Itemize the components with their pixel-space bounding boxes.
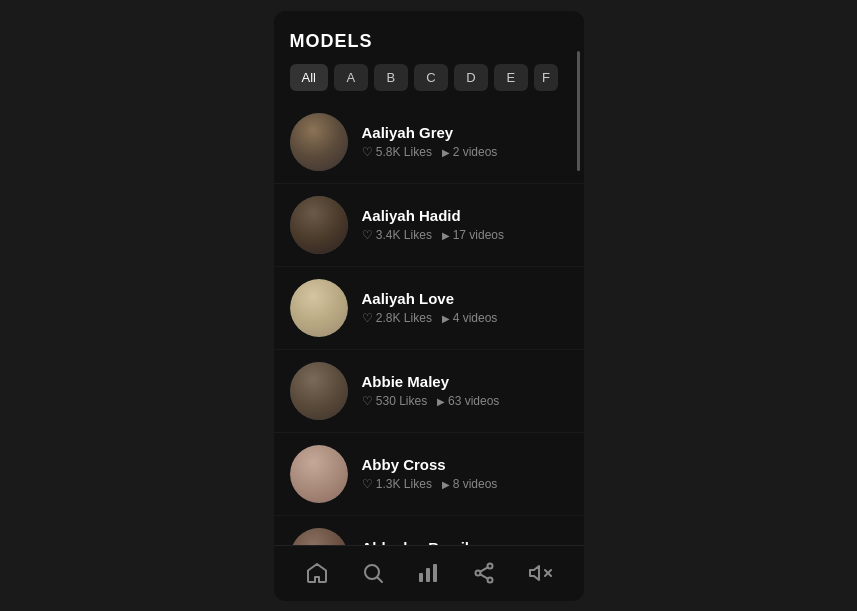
nav-search[interactable]: [355, 555, 391, 591]
model-info: Abbie Maley 530 Likes 63 videos: [362, 373, 568, 408]
svg-rect-2: [419, 573, 423, 582]
nav-home[interactable]: [299, 555, 335, 591]
model-likes: 2.8K Likes: [362, 311, 432, 325]
model-item-abby-cross[interactable]: Abby Cross 1.3K Likes 8 videos: [274, 433, 584, 516]
model-videos: 2 videos: [442, 145, 497, 159]
model-item-aaliyah-love[interactable]: Aaliyah Love 2.8K Likes 4 videos: [274, 267, 584, 350]
model-likes: 3.4K Likes: [362, 228, 432, 242]
model-videos: 63 videos: [437, 394, 499, 408]
filter-tab-a[interactable]: A: [334, 64, 368, 91]
share-icon: [472, 561, 496, 585]
svg-rect-4: [433, 564, 437, 582]
model-videos: 17 videos: [442, 228, 504, 242]
svg-line-1: [377, 578, 382, 583]
search-icon: [361, 561, 385, 585]
model-stats: 2.8K Likes 4 videos: [362, 311, 568, 325]
model-name: Abby Cross: [362, 456, 568, 473]
model-likes: 1.3K Likes: [362, 477, 432, 491]
model-name: Abbie Maley: [362, 373, 568, 390]
model-name: Aaliyah Grey: [362, 124, 568, 141]
model-item-aaliyah-grey[interactable]: Aaliyah Grey 5.8K Likes 2 videos: [274, 101, 584, 184]
svg-line-9: [480, 574, 487, 578]
avatar: [290, 362, 348, 420]
models-list: Aaliyah Grey 5.8K Likes 2 videos Aaliyah…: [274, 101, 584, 545]
model-info: Aaliyah Hadid 3.4K Likes 17 videos: [362, 207, 568, 242]
model-item-abbie-maley[interactable]: Abbie Maley 530 Likes 63 videos: [274, 350, 584, 433]
model-videos: 4 videos: [442, 311, 497, 325]
model-info: Aaliyah Love 2.8K Likes 4 videos: [362, 290, 568, 325]
filter-tab-f[interactable]: F: [534, 64, 558, 91]
avatar: [290, 196, 348, 254]
model-info: Aaliyah Grey 5.8K Likes 2 videos: [362, 124, 568, 159]
model-likes: 530 Likes: [362, 394, 428, 408]
model-stats: 3.4K Likes 17 videos: [362, 228, 568, 242]
model-item-abby-lee-brazil[interactable]: Abby lee Brazil: [274, 516, 584, 545]
model-videos: 8 videos: [442, 477, 497, 491]
avatar: [290, 445, 348, 503]
nav-mute[interactable]: [522, 555, 558, 591]
phone-container: MODELS All A B C D E F Aaliyah Grey 5.8K…: [274, 11, 584, 601]
filter-tabs: All A B C D E F: [290, 64, 568, 91]
avatar: [290, 528, 348, 545]
model-stats: 530 Likes 63 videos: [362, 394, 568, 408]
avatar: [290, 279, 348, 337]
model-name: Aaliyah Love: [362, 290, 568, 307]
svg-marker-10: [530, 566, 539, 580]
model-name: Aaliyah Hadid: [362, 207, 568, 224]
header: MODELS All A B C D E F: [274, 11, 584, 101]
model-info: Abby Cross 1.3K Likes 8 videos: [362, 456, 568, 491]
nav-share[interactable]: [466, 555, 502, 591]
home-icon: [305, 561, 329, 585]
bottom-nav: [274, 545, 584, 601]
filter-tab-c[interactable]: C: [414, 64, 448, 91]
model-item-aaliyah-hadid[interactable]: Aaliyah Hadid 3.4K Likes 17 videos: [274, 184, 584, 267]
svg-rect-3: [426, 568, 430, 582]
nav-chart[interactable]: [410, 555, 446, 591]
filter-tab-d[interactable]: D: [454, 64, 488, 91]
filter-tab-all[interactable]: All: [290, 64, 328, 91]
model-likes: 5.8K Likes: [362, 145, 432, 159]
page-title: MODELS: [290, 31, 568, 52]
avatar: [290, 113, 348, 171]
filter-tab-b[interactable]: B: [374, 64, 408, 91]
model-stats: 1.3K Likes 8 videos: [362, 477, 568, 491]
svg-line-8: [480, 567, 487, 571]
chart-icon: [416, 561, 440, 585]
mute-icon: [528, 561, 552, 585]
filter-tab-e[interactable]: E: [494, 64, 528, 91]
model-stats: 5.8K Likes 2 videos: [362, 145, 568, 159]
